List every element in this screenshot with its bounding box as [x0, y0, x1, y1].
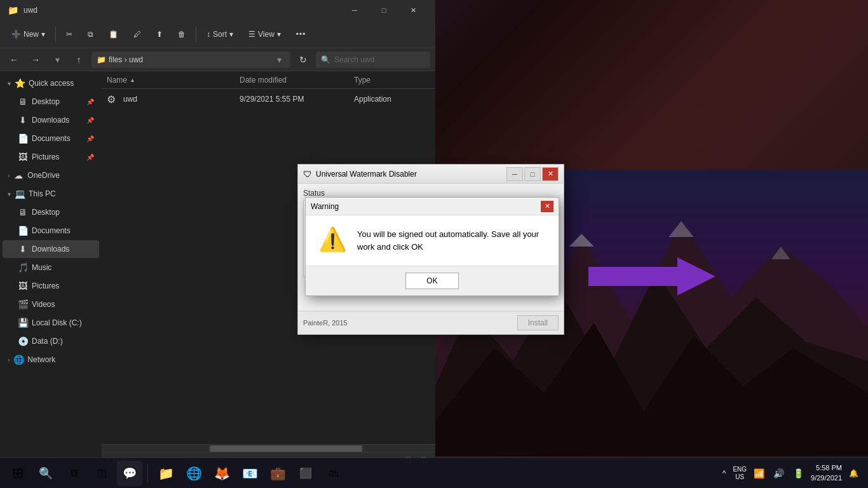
- sidebar-item-pictures-pc[interactable]: 🖼 Pictures: [3, 277, 99, 295]
- minimize-button[interactable]: ─: [340, 0, 369, 20]
- new-button[interactable]: ➕ New ▾: [5, 24, 51, 45]
- clock-time: 5:58 PM: [811, 463, 842, 473]
- language-indicator[interactable]: ENG US: [733, 466, 747, 481]
- folder-icon: 📁: [97, 55, 106, 64]
- sidebar-quick-access[interactable]: ▾ ⭐ Quick access: [3, 74, 99, 92]
- sidebar-item-pictures-qa[interactable]: 🖼 Pictures 📌: [3, 148, 99, 166]
- view-button[interactable]: ☰ View ▾: [242, 24, 287, 45]
- tray-chevron-icon[interactable]: ^: [721, 468, 728, 479]
- nav-up-button[interactable]: ↑: [70, 51, 88, 69]
- chat-button[interactable]: 💬: [117, 461, 142, 486]
- view-icon: ☰: [248, 30, 255, 39]
- uwd-footer-text: PainteR, 2015: [303, 319, 348, 327]
- warning-title-text: Warning: [311, 202, 537, 211]
- install-button[interactable]: Install: [517, 315, 559, 330]
- window-controls: ─ □ ✕: [340, 0, 428, 20]
- rename-button[interactable]: 🖊: [127, 24, 147, 45]
- sidebar-item-desktop[interactable]: 🖥 Desktop 📌: [3, 93, 99, 111]
- taskbar-app-terminal[interactable]: ⬛: [293, 461, 318, 486]
- sidebar-music-label: Music: [32, 263, 51, 272]
- taskbar-app-file-explorer[interactable]: 📁: [153, 461, 179, 486]
- refresh-button[interactable]: ↻: [294, 51, 312, 69]
- task-view-button[interactable]: ⧉: [61, 461, 86, 486]
- uwd-close-button[interactable]: ✕: [542, 167, 559, 181]
- sidebar-item-downloads-pc[interactable]: ⬇ Downloads: [3, 240, 99, 258]
- lang-eng: ENG: [733, 466, 747, 473]
- breadcrumb[interactable]: 📁 files › uwd ▾: [92, 51, 290, 68]
- onedrive-label: OneDrive: [27, 171, 60, 180]
- new-chevron-icon: ▾: [41, 30, 45, 39]
- sidebar-downloads-pc-label: Downloads: [32, 245, 69, 254]
- system-clock[interactable]: 5:58 PM 9/29/2021: [811, 463, 842, 483]
- sidebar-network[interactable]: › 🌐 Network: [3, 351, 99, 369]
- delete-icon: 🗑: [178, 30, 186, 39]
- documents-icon: 📄: [18, 133, 28, 144]
- taskbar-app-store[interactable]: 🛍: [321, 461, 346, 486]
- uwd-maximize-button[interactable]: □: [524, 167, 541, 181]
- cut-button[interactable]: ✂: [60, 24, 79, 45]
- sidebar-local-disk-label: Local Disk (C:): [32, 318, 82, 327]
- battery-icon[interactable]: 🔋: [791, 467, 806, 480]
- breadcrumb-dropdown-icon[interactable]: ▾: [273, 53, 285, 66]
- taskbar-app-firefox[interactable]: 🦊: [209, 461, 234, 486]
- copy-button[interactable]: ⧉: [81, 24, 100, 45]
- horizontal-scrollbar[interactable]: [102, 444, 435, 452]
- sidebar-pictures-pc-label: Pictures: [32, 281, 59, 290]
- sort-indicator: ▲: [130, 77, 135, 83]
- warning-dialog: Warning ✕ ⚠️ You will be signed out auto…: [305, 197, 559, 296]
- delete-button[interactable]: 🗑: [172, 24, 192, 45]
- sidebar-item-local-disk[interactable]: 💾 Local Disk (C:): [3, 314, 99, 332]
- nav-back-button[interactable]: ←: [5, 51, 23, 69]
- uwd-minimize-button[interactable]: ─: [506, 167, 523, 181]
- taskbar-app-teams[interactable]: 💼: [265, 461, 290, 486]
- more-options-button[interactable]: •••: [290, 24, 313, 45]
- nav-recent-button[interactable]: ▾: [48, 51, 66, 69]
- sidebar-onedrive[interactable]: › ☁ OneDrive: [3, 166, 99, 184]
- star-icon: ⭐: [15, 78, 25, 88]
- sidebar-item-documents-pc[interactable]: 📄 Documents: [3, 222, 99, 240]
- chevron-right-icon-2: ›: [8, 356, 10, 363]
- sidebar-item-desktop-pc[interactable]: 🖥 Desktop: [3, 203, 99, 221]
- volume-icon[interactable]: 🔊: [771, 467, 786, 480]
- sidebar-this-pc[interactable]: ▾ 💻 This PC: [3, 185, 99, 203]
- maximize-button[interactable]: □: [369, 0, 398, 20]
- share-button[interactable]: ⬆: [150, 24, 169, 45]
- videos-icon: 🎬: [18, 299, 28, 309]
- sort-button[interactable]: ↕ Sort ▾: [200, 24, 240, 45]
- search-bar[interactable]: 🔍 Search uwd: [316, 51, 430, 68]
- lang-us: US: [733, 473, 747, 481]
- sidebar-item-videos[interactable]: 🎬 Videos: [3, 295, 99, 313]
- chevron-down-icon-2: ▾: [8, 191, 11, 198]
- taskbar-app-outlook[interactable]: 📧: [237, 461, 262, 486]
- col-type-label: Type: [354, 76, 430, 85]
- ok-button[interactable]: OK: [405, 273, 458, 289]
- sidebar-pictures-qa-label: Pictures: [32, 152, 59, 161]
- chevron-right-icon: ›: [8, 172, 10, 179]
- pictures-icon-2: 🖼: [18, 281, 28, 291]
- widgets-button[interactable]: ◫: [89, 461, 114, 486]
- chevron-down-icon: ▾: [8, 80, 11, 87]
- file-explorer-title: uwd: [24, 6, 37, 15]
- search-button[interactable]: 🔍: [33, 461, 58, 486]
- search-placeholder: Search uwd: [334, 55, 374, 64]
- table-row[interactable]: ⚙ uwd 9/29/2021 5:55 PM Application: [102, 89, 435, 109]
- sidebar-item-data[interactable]: 💿 Data (D:): [3, 332, 99, 350]
- pin-icon-2: 📌: [86, 117, 94, 124]
- clock-date: 9/29/2021: [811, 473, 842, 483]
- wifi-icon[interactable]: 📶: [752, 467, 766, 480]
- warning-close-button[interactable]: ✕: [541, 201, 553, 212]
- paste-icon: 📋: [109, 30, 118, 39]
- notification-icon[interactable]: 🔔: [847, 468, 860, 479]
- sidebar-item-music[interactable]: 🎵 Music: [3, 259, 99, 276]
- taskbar-app-edge[interactable]: 🌐: [181, 461, 207, 486]
- file-list-header: Name ▲ Date modified Type: [102, 71, 435, 89]
- network-icon: 🌐: [13, 355, 24, 365]
- sidebar-documents-qa-label: Documents: [32, 134, 71, 143]
- start-button[interactable]: ⊞: [5, 461, 31, 486]
- sidebar-item-documents-qa[interactable]: 📄 Documents 📌: [3, 130, 99, 147]
- sidebar-item-downloads-qa[interactable]: ⬇ Downloads 📌: [3, 111, 99, 129]
- paste-button[interactable]: 📋: [102, 24, 125, 45]
- nav-forward-button[interactable]: →: [27, 51, 44, 69]
- close-button[interactable]: ✕: [398, 0, 428, 20]
- taskbar: ⊞ 🔍 ⧉ ◫ 💬 📁 🌐 🦊 📧 💼 ⬛ 🛍 ^ ENG US 📶 🔊 🔋 5…: [0, 458, 868, 488]
